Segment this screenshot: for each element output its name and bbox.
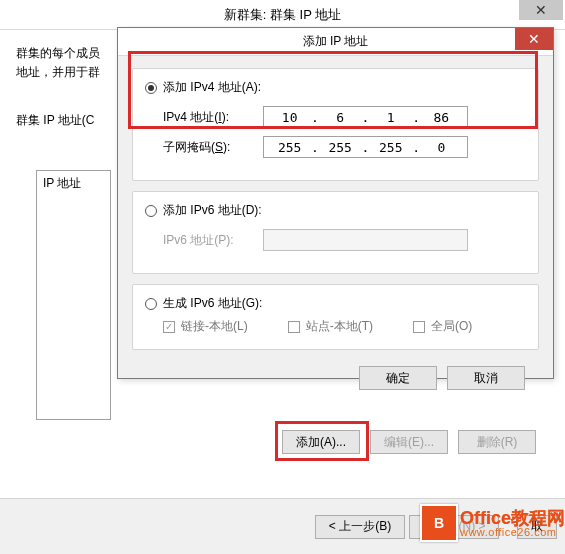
- gen-ipv6-options: 链接-本地(L) 站点-本地(T) 全局(O): [163, 318, 526, 335]
- ok-button[interactable]: 确定: [359, 366, 437, 390]
- radio-icon: [145, 205, 157, 217]
- radio-icon: [145, 298, 157, 310]
- wizard-buttons: < 上一步(B) 下一步(N) > 取: [0, 498, 565, 554]
- ipv4-address-row: IPv4 地址(I): 10. 6. 1. 86: [163, 106, 526, 128]
- ipv4-radio-row[interactable]: 添加 IPv4 地址(A):: [145, 79, 526, 96]
- radio-icon: [145, 82, 157, 94]
- ip-address-listbox[interactable]: IP 地址: [36, 170, 111, 420]
- child-body: 添加 IPv4 地址(A): IPv4 地址(I): 10. 6. 1. 86 …: [118, 56, 553, 402]
- ipv6-group: 添加 IPv6 地址(D): IPv6 地址(P):: [132, 191, 539, 274]
- parent-titlebar: 新群集: 群集 IP 地址 ✕: [0, 0, 565, 30]
- parent-title: 新群集: 群集 IP 地址: [224, 6, 342, 24]
- subnet-mask-row: 子网掩码(S): 255. 255. 255. 0: [163, 136, 526, 158]
- link-local-checkbox: 链接-本地(L): [163, 318, 248, 335]
- child-dialog-buttons: 确定 取消: [132, 360, 539, 390]
- add-ip-dialog: 添加 IP 地址 ✕ 添加 IPv4 地址(A): IPv4 地址(I): 10…: [117, 27, 554, 379]
- checkbox-icon: [288, 321, 300, 333]
- ipv6-radio-label: 添加 IPv6 地址(D):: [163, 202, 262, 219]
- cancel-button[interactable]: 取消: [447, 366, 525, 390]
- ipv6-radio-row[interactable]: 添加 IPv6 地址(D):: [145, 202, 526, 219]
- child-title: 添加 IP 地址: [303, 33, 369, 50]
- gen-ipv6-radio-label: 生成 IPv6 地址(G):: [163, 295, 262, 312]
- ipv4-radio-label: 添加 IPv4 地址(A):: [163, 79, 261, 96]
- ipv6-address-label: IPv6 地址(P):: [163, 232, 263, 249]
- child-titlebar: 添加 IP 地址 ✕: [118, 28, 553, 56]
- back-button[interactable]: < 上一步(B): [315, 515, 405, 539]
- child-close-button[interactable]: ✕: [515, 28, 553, 50]
- subnet-mask-input[interactable]: 255. 255. 255. 0: [263, 136, 468, 158]
- remove-button: 删除(R): [458, 430, 536, 454]
- next-button: 下一步(N) >: [409, 515, 499, 539]
- list-buttons: 添加(A)... 编辑(E)... 删除(R): [282, 430, 536, 454]
- add-button[interactable]: 添加(A)...: [282, 430, 360, 454]
- cancel-button[interactable]: 取: [517, 515, 557, 539]
- ipv4-address-input[interactable]: 10. 6. 1. 86: [263, 106, 468, 128]
- list-header: IP 地址: [43, 175, 104, 192]
- checkbox-icon: [413, 321, 425, 333]
- ipv6-address-row: IPv6 地址(P):: [163, 229, 526, 251]
- edit-button: 编辑(E)...: [370, 430, 448, 454]
- ipv4-group: 添加 IPv4 地址(A): IPv4 地址(I): 10. 6. 1. 86 …: [132, 68, 539, 181]
- close-icon: ✕: [528, 31, 540, 47]
- checkbox-icon: [163, 321, 175, 333]
- gen-ipv6-radio-row[interactable]: 生成 IPv6 地址(G):: [145, 295, 526, 312]
- site-local-checkbox: 站点-本地(T): [288, 318, 373, 335]
- ipv4-address-label: IPv4 地址(I):: [163, 109, 263, 126]
- ipv6-address-input: [263, 229, 468, 251]
- parent-close-button[interactable]: ✕: [519, 0, 563, 20]
- gen-ipv6-group: 生成 IPv6 地址(G): 链接-本地(L) 站点-本地(T) 全局(O): [132, 284, 539, 350]
- close-icon: ✕: [535, 2, 547, 18]
- subnet-mask-label: 子网掩码(S):: [163, 139, 263, 156]
- global-checkbox: 全局(O): [413, 318, 472, 335]
